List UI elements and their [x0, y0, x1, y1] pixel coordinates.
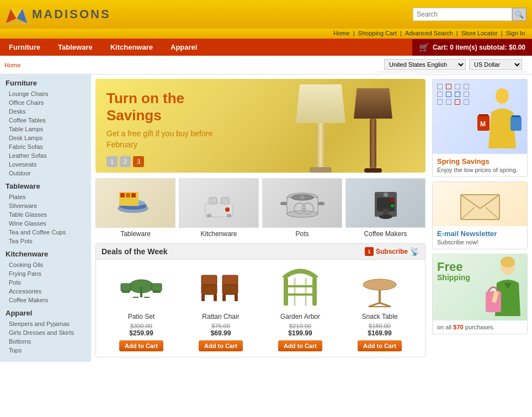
- search-button[interactable]: 🔍: [512, 8, 526, 21]
- sidebar-item-girls-dresses[interactable]: Girls Dresses and Skirts: [6, 328, 86, 337]
- svg-point-62: [496, 88, 509, 104]
- nav-furniture[interactable]: Furniture: [0, 39, 49, 56]
- add-to-cart-rattan-chair[interactable]: Add to Cart: [199, 340, 243, 351]
- sidebar-item-desks[interactable]: Desks: [6, 107, 86, 116]
- svg-rect-21: [280, 202, 287, 205]
- cart-area[interactable]: 🛒 Cart: 0 item(s) subtotal: $0.00: [412, 39, 532, 56]
- email-newsletter-subtitle: Subscribe now!: [437, 239, 523, 245]
- svg-point-72: [501, 256, 515, 268]
- nav-apparel[interactable]: Apparel: [162, 39, 206, 56]
- sidebar-item-fabric-sofas[interactable]: Fabric Sofas: [6, 142, 86, 151]
- advanced-search-link[interactable]: Advanced Search: [405, 30, 453, 36]
- sidebar-item-wine-glasses[interactable]: Wine Glasses: [6, 219, 86, 228]
- currency-select[interactable]: US Dollar Euro British Pound: [469, 59, 522, 70]
- sidebar-item-coffee-makers[interactable]: Coffee Makers: [6, 296, 86, 304]
- home-link[interactable]: Home: [333, 30, 349, 36]
- sidebar-item-office-chairs[interactable]: Office Chairs: [6, 98, 86, 107]
- sidebar-item-tops[interactable]: Tops: [6, 346, 86, 355]
- svg-rect-58: [379, 290, 381, 304]
- top-links-bar: Home | Shopping Cart | Advanced Search |…: [0, 29, 532, 39]
- sidebar-item-tea-coffee-cups[interactable]: Tea and Coffee Cups: [6, 228, 86, 237]
- sidebar-item-pots[interactable]: Pots: [6, 278, 86, 287]
- deal-patio-set: Patio Set $300.00 $259.99 Add to Cart: [102, 265, 181, 351]
- search-input[interactable]: [413, 8, 512, 21]
- spring-savings-subtitle: Enjoy the low prices of spring.: [437, 167, 523, 173]
- deal-patio-set-old-price: $300.00: [105, 323, 178, 329]
- nav-tableware[interactable]: Tableware: [49, 39, 102, 56]
- sidebar-item-table-glasses[interactable]: Table Glasses: [6, 210, 86, 219]
- category-coffee-makers[interactable]: Coffee Makers: [345, 178, 425, 238]
- deal-snack-table-old-price: $180.00: [343, 323, 416, 329]
- svg-rect-40: [122, 291, 130, 293]
- sidebar-item-accessories[interactable]: Accessories: [6, 287, 86, 296]
- subscribe-label: Subscribe: [376, 248, 408, 255]
- svg-rect-51: [284, 278, 288, 306]
- deal-rattan-chair: Rattan Chair $75.00 $69.99 Add to Cart: [181, 265, 260, 351]
- banner-title: Turn on the Savings: [107, 90, 217, 124]
- deal-rattan-chair-name: Rattan Chair: [184, 313, 257, 320]
- svg-rect-15: [207, 214, 211, 217]
- category-grid: Tableware Kitchenware: [95, 178, 425, 238]
- svg-rect-66: [512, 115, 520, 117]
- sidebar-item-lounge-chairs[interactable]: Lounge Chairs: [6, 89, 86, 98]
- breadcrumb: Home: [4, 61, 20, 69]
- sidebar-category-kitchenware: Kitchenware: [6, 250, 86, 258]
- banner-text: Turn on the Savings Get a free gift if y…: [107, 90, 217, 151]
- svg-rect-9: [120, 193, 125, 197]
- sidebar-item-tea-pots[interactable]: Tea Pots: [6, 237, 86, 245]
- locale-select[interactable]: United States English United Kingdom Eng…: [384, 59, 466, 70]
- deal-rattan-chair-new-price: $69.99: [184, 329, 257, 337]
- category-pots-label: Pots: [262, 230, 342, 238]
- sidebar-item-plates[interactable]: Plates: [6, 193, 86, 201]
- deals-subscribe[interactable]: 1 Subscribe 📡: [365, 247, 419, 256]
- category-tableware[interactable]: Tableware: [95, 178, 175, 238]
- spring-savings-body: Spring Savings Enjoy the low prices of s…: [433, 154, 527, 177]
- category-pots[interactable]: Pots: [262, 178, 342, 238]
- deals-title: Deals of the Week: [102, 247, 168, 256]
- coffee-makers-img: [364, 181, 408, 225]
- add-to-cart-patio-set[interactable]: Add to Cart: [119, 340, 163, 351]
- sidebar-item-frying-pans[interactable]: Frying Pans: [6, 269, 86, 278]
- add-to-cart-snack-table[interactable]: Add to Cart: [358, 340, 402, 351]
- cart-icon: 🛒: [419, 42, 429, 52]
- spring-savings-person: M: [475, 82, 524, 154]
- deal-rattan-chair-old-price: $75.00: [184, 323, 257, 329]
- free-shipping-person: [477, 255, 527, 320]
- cart-link[interactable]: Shopping Cart: [358, 30, 397, 36]
- svg-line-60: [380, 303, 391, 307]
- main-nav: Furniture Tableware Kitchenware Apparel …: [0, 39, 532, 56]
- sidebar-item-cooking-oils[interactable]: Cooking Oils: [6, 260, 86, 269]
- site-header: MADISONS 🔍: [0, 0, 532, 29]
- sign-in-link[interactable]: Sign In: [506, 30, 525, 36]
- nav-kitchenware[interactable]: Kitchenware: [102, 39, 162, 56]
- sidebar-item-sleepers[interactable]: Sleepers and Pyjamas: [6, 319, 86, 328]
- sidebar-item-coffee-tables[interactable]: Coffee Tables: [6, 116, 86, 125]
- sidebar-category-tableware: Tableware: [6, 182, 86, 190]
- free-shipping-img: Free Shipping: [433, 254, 527, 320]
- svg-rect-39: [121, 284, 131, 291]
- logo-icon: [6, 4, 28, 24]
- deal-garden-arbor-new-price: $199.99: [264, 329, 337, 337]
- logo-area: MADISONS: [6, 4, 111, 24]
- breadcrumb-home[interactable]: Home: [4, 62, 20, 68]
- banner-dot-1[interactable]: 1: [107, 156, 118, 167]
- banner-dot-3[interactable]: 3: [133, 156, 144, 167]
- svg-rect-22: [318, 202, 324, 205]
- sidebar-item-desk-lamps[interactable]: Desk Lamps: [6, 133, 86, 142]
- svg-rect-49: [222, 295, 226, 301]
- sidebar-item-silverware[interactable]: Silverware: [6, 201, 86, 210]
- deal-snack-table-new-price: $169.99: [343, 329, 416, 337]
- search-area: 🔍: [413, 8, 526, 21]
- banner-dot-2[interactable]: 2: [120, 156, 131, 167]
- add-to-cart-garden-arbor[interactable]: Add to Cart: [278, 340, 322, 351]
- sidebar-item-leather-sofas[interactable]: Leather Sofas: [6, 151, 86, 160]
- svg-point-33: [391, 199, 394, 202]
- sidebar-item-bottoms[interactable]: Bottoms: [6, 337, 86, 346]
- logo-text: MADISONS: [32, 7, 111, 22]
- category-kitchenware[interactable]: Kitchenware: [179, 178, 259, 238]
- svg-line-59: [369, 303, 380, 307]
- sidebar-item-outdoor[interactable]: Outdoor: [6, 169, 86, 178]
- sidebar-item-table-lamps[interactable]: Table Lamps: [6, 125, 86, 133]
- store-locator-link[interactable]: Store Locator: [461, 30, 498, 36]
- sidebar-item-loveseats[interactable]: Loveseats: [6, 160, 86, 169]
